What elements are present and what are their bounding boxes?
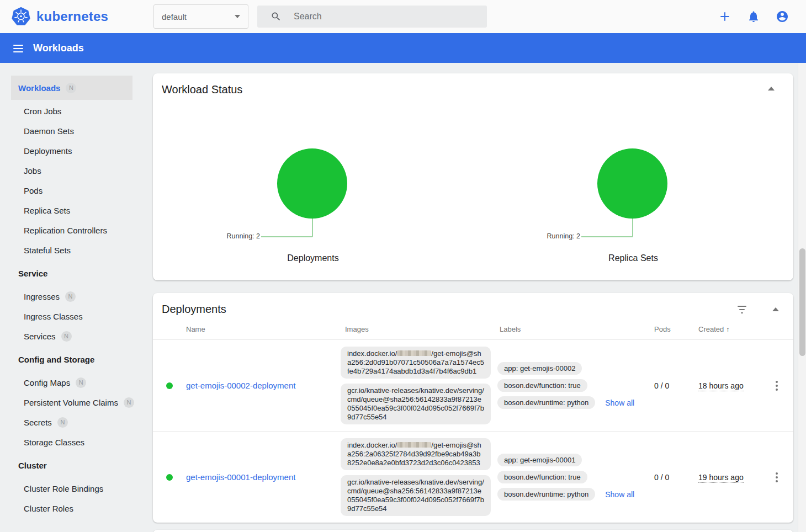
- callout-label: Running: 2: [224, 232, 260, 240]
- notifications-bell-button[interactable]: [747, 10, 760, 23]
- deployments-card: Deployments Name Images Labels Pods Crea…: [153, 293, 793, 523]
- label-chip: boson.dev/function: true: [497, 379, 587, 392]
- sidebar-item-secrets[interactable]: Secrets N: [0, 412, 144, 432]
- created-timestamp: 18 hours ago: [698, 381, 744, 391]
- sidebar-item-cluster-roles[interactable]: Cluster Roles: [0, 498, 144, 518]
- column-pods[interactable]: Pods: [650, 325, 694, 333]
- sidebar-item-pods[interactable]: Pods: [0, 180, 144, 200]
- new-badge: N: [65, 291, 76, 302]
- deployment-name-link[interactable]: get-emojis-00001-deployment: [186, 472, 295, 482]
- sidebar-item-config-maps[interactable]: Config Maps N: [0, 373, 144, 392]
- show-all-link[interactable]: Show all: [605, 398, 634, 407]
- sidebar-item-storage-classes[interactable]: Storage Classes: [0, 432, 144, 452]
- sidebar-item-replication-controllers[interactable]: Replication Controllers: [0, 220, 144, 240]
- sidebar-nav: Workloads N Cron Jobs Daemon Sets Deploy…: [0, 76, 144, 518]
- namespace-value: default: [162, 12, 235, 22]
- label-chip: app: get-emojis-00002: [497, 362, 582, 375]
- status-running-dot: [166, 474, 173, 481]
- workload-status-card: Workload Status Running: 2 Deployments R…: [153, 73, 793, 280]
- chevron-down-icon: [235, 15, 240, 18]
- label-chip: boson.dev/function: true: [497, 471, 587, 483]
- label-chip: app: get-emojis-00001: [497, 454, 582, 466]
- search-input[interactable]: [294, 12, 459, 22]
- sidebar-item-daemon-sets[interactable]: Daemon Sets: [0, 121, 144, 141]
- sidebar-item-replica-sets[interactable]: Replica Sets: [0, 200, 144, 220]
- image-chip: gcr.io/knative-releases/knative.dev/serv…: [341, 475, 491, 516]
- image-chip: index.docker.io//get-emojis@sha256:2a063…: [341, 438, 491, 470]
- kebab-menu-icon[interactable]: [772, 377, 781, 394]
- column-name[interactable]: Name: [186, 325, 341, 333]
- chart-title: Deployments: [153, 253, 473, 263]
- table-header: Name Images Labels Pods Created↑: [153, 319, 793, 340]
- sidebar-item-jobs[interactable]: Jobs: [0, 161, 144, 180]
- kebab-menu-icon[interactable]: [772, 469, 781, 486]
- new-badge: N: [61, 331, 72, 342]
- label-chip: boson.dev/runtime: python: [497, 396, 595, 409]
- image-chip: gcr.io/knative-releases/knative.dev/serv…: [341, 384, 491, 424]
- kubernetes-logo[interactable]: kubernetes: [11, 7, 108, 26]
- column-images[interactable]: Images: [341, 325, 495, 333]
- callout-line: [261, 236, 312, 237]
- logo-text: kubernetes: [36, 9, 108, 24]
- sidebar-item-deployments[interactable]: Deployments: [0, 141, 144, 161]
- created-timestamp: 19 hours ago: [698, 473, 744, 483]
- kubernetes-helm-icon: [11, 7, 31, 26]
- new-badge: N: [57, 417, 68, 428]
- next-card-partial: [153, 530, 793, 532]
- app-bar: Workloads: [0, 33, 806, 63]
- redacted-text: [397, 442, 431, 448]
- top-header: kubernetes default: [0, 0, 806, 33]
- pie-running: [277, 148, 347, 219]
- collapse-arrow-icon[interactable]: [772, 307, 779, 311]
- filter-icon[interactable]: [737, 306, 747, 313]
- image-chip: index.docker.io//get-emojis@sha256:2d0d9…: [341, 347, 491, 379]
- main-content: Workload Status Running: 2 Deployments R…: [153, 73, 793, 532]
- scrollbar-thumb[interactable]: [799, 248, 805, 356]
- column-created[interactable]: Created↑: [694, 325, 760, 333]
- pods-count: 0 / 0: [650, 381, 694, 390]
- sidebar-section-service: Service: [0, 263, 144, 283]
- callout-line: [312, 219, 313, 237]
- pods-count: 0 / 0: [650, 473, 694, 482]
- sidebar-item-stateful-sets[interactable]: Stateful Sets: [0, 240, 144, 260]
- new-badge: N: [124, 397, 134, 408]
- table-row: get-emojis-00002-deployment index.docker…: [153, 340, 793, 432]
- sidebar-item-persistent-volume-claims[interactable]: Persistent Volume Claims N: [0, 392, 144, 412]
- label-chip: boson.dev/runtime: python: [497, 488, 595, 501]
- show-all-link[interactable]: Show all: [605, 490, 634, 499]
- sidebar-section-cluster: Cluster: [0, 455, 144, 475]
- table-row: get-emojis-00001-deployment index.docker…: [153, 432, 793, 523]
- create-plus-button[interactable]: [718, 10, 731, 23]
- search-bar[interactable]: [257, 6, 487, 28]
- page-title: Workloads: [33, 33, 84, 63]
- sort-ascending-icon: ↑: [726, 325, 730, 333]
- pie-running: [597, 148, 667, 219]
- deployments-title: Deployments: [162, 303, 226, 316]
- status-running-dot: [166, 382, 173, 389]
- search-icon: [271, 11, 282, 22]
- new-badge: N: [66, 83, 76, 93]
- chart-title: Replica Sets: [473, 253, 793, 263]
- callout-line: [632, 219, 633, 237]
- deployments-pie-chart: Running: 2 Deployments: [153, 73, 473, 280]
- new-badge: N: [76, 377, 86, 388]
- scrollbar-track[interactable]: [798, 63, 806, 532]
- deployment-name-link[interactable]: get-emojis-00002-deployment: [186, 381, 295, 390]
- sidebar-item-ingresses[interactable]: Ingresses N: [0, 286, 144, 306]
- sidebar-item-cluster-role-bindings[interactable]: Cluster Role Bindings: [0, 478, 144, 498]
- namespace-selector[interactable]: default: [153, 4, 248, 29]
- sidebar-item-services[interactable]: Services N: [0, 326, 144, 346]
- sidebar-item-cron-jobs[interactable]: Cron Jobs: [0, 101, 144, 121]
- column-labels[interactable]: Labels: [495, 325, 650, 333]
- hamburger-menu-icon[interactable]: [13, 45, 23, 52]
- sidebar-item-ingress-classes[interactable]: Ingress Classes: [0, 306, 144, 326]
- redacted-text: [397, 350, 431, 356]
- sidebar-item-workloads[interactable]: Workloads N: [11, 76, 132, 100]
- callout-label: Running: 2: [544, 232, 580, 240]
- sidebar-section-config-storage: Config and Storage: [0, 349, 144, 369]
- replica-sets-pie-chart: Running: 2 Replica Sets: [473, 73, 793, 280]
- user-avatar-button[interactable]: [776, 10, 789, 23]
- callout-line: [581, 236, 633, 237]
